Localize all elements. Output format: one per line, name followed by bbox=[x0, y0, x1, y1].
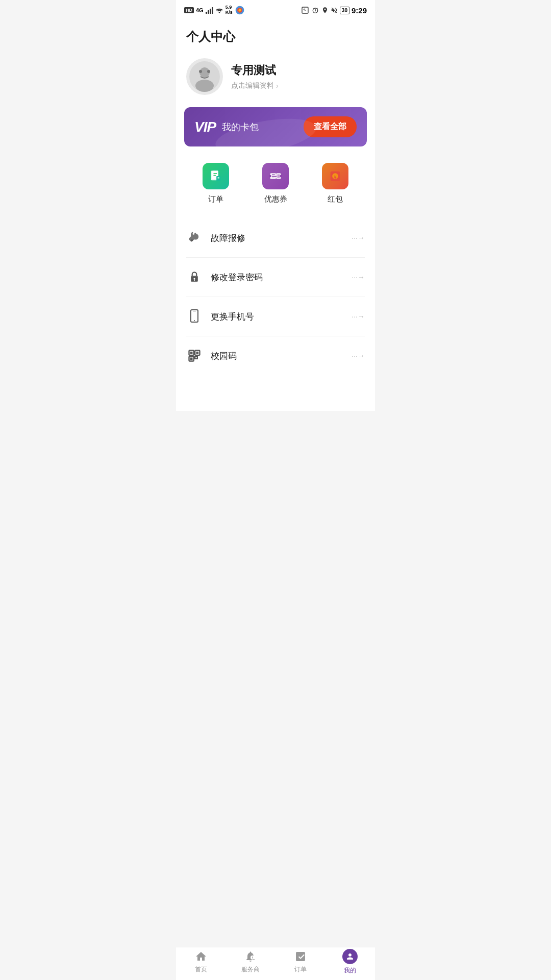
svg-point-30 bbox=[191, 239, 193, 241]
campus-icon-container bbox=[186, 348, 203, 364]
password-arrow: ···→ bbox=[352, 273, 365, 281]
main-content: 个人中心 专用测试 点击编辑资料 › VIP 我的卡包 查看全部 bbox=[176, 18, 375, 411]
svg-rect-41 bbox=[190, 352, 193, 354]
coupon-icon bbox=[268, 169, 283, 183]
campus-label: 校园码 bbox=[211, 350, 237, 362]
chevron-right-icon: › bbox=[276, 82, 279, 90]
svg-text:¥: ¥ bbox=[334, 175, 337, 180]
mute-icon bbox=[331, 7, 338, 14]
lock-icon bbox=[188, 270, 201, 284]
menu-item-password[interactable]: 修改登录密码 ···→ bbox=[186, 258, 365, 297]
svg-point-3 bbox=[238, 9, 241, 12]
svg-rect-26 bbox=[278, 175, 280, 178]
order-icon bbox=[209, 169, 223, 183]
menu-item-repair-left: 故障报修 bbox=[186, 230, 245, 246]
svg-rect-40 bbox=[195, 356, 197, 359]
menu-item-campus[interactable]: 校园码 ···→ bbox=[186, 336, 365, 375]
hd-badge: HD bbox=[184, 7, 194, 13]
svg-point-32 bbox=[193, 278, 195, 280]
svg-rect-36 bbox=[193, 311, 196, 311]
avatar[interactable] bbox=[186, 58, 223, 95]
status-right: 30 9:29 bbox=[301, 6, 367, 15]
order-action[interactable]: 订单 bbox=[186, 163, 246, 204]
svg-rect-22 bbox=[272, 175, 275, 176]
redpacket-label: 红包 bbox=[328, 194, 343, 204]
coupon-label: 优惠券 bbox=[264, 194, 287, 204]
phone-arrow: ···→ bbox=[352, 312, 365, 321]
phone-icon bbox=[188, 309, 201, 324]
password-label: 修改登录密码 bbox=[211, 272, 263, 283]
menu-item-password-left: 修改登录密码 bbox=[186, 269, 263, 285]
time-display: 9:29 bbox=[352, 6, 367, 15]
lock-icon-container bbox=[186, 269, 203, 285]
repair-label: 故障报修 bbox=[211, 232, 245, 244]
vip-logo: VIP bbox=[194, 119, 216, 135]
svg-point-10 bbox=[199, 70, 202, 73]
menu-item-campus-left: 校园码 bbox=[186, 348, 237, 364]
vip-left: VIP 我的卡包 bbox=[194, 119, 259, 135]
network-4g: 4G bbox=[196, 7, 204, 13]
app-logo-icon bbox=[235, 5, 245, 15]
svg-rect-14 bbox=[214, 173, 217, 174]
order-label: 订单 bbox=[208, 194, 223, 204]
wifi-icon bbox=[215, 7, 223, 13]
location-icon bbox=[321, 7, 329, 14]
status-left: HD 4G 5.9K/s bbox=[184, 5, 245, 15]
coupon-icon-bg bbox=[262, 163, 289, 189]
repair-icon bbox=[187, 231, 202, 245]
vip-desc: 我的卡包 bbox=[222, 121, 259, 133]
svg-rect-18 bbox=[218, 179, 220, 179]
svg-rect-17 bbox=[218, 177, 220, 178]
order-icon-bg bbox=[203, 163, 229, 189]
svg-point-9 bbox=[195, 80, 214, 92]
vip-banner[interactable]: VIP 我的卡包 查看全部 bbox=[184, 107, 367, 146]
svg-point-35 bbox=[194, 320, 195, 321]
svg-point-0 bbox=[218, 12, 220, 13]
svg-rect-24 bbox=[272, 178, 274, 178]
username: 专用测试 bbox=[231, 63, 365, 78]
quick-actions: 订单 优惠券 bbox=[176, 159, 375, 218]
menu-item-phone-left: 更换手机号 bbox=[186, 308, 254, 325]
signal-icon bbox=[206, 7, 213, 14]
alarm-icon bbox=[311, 6, 319, 14]
svg-rect-15 bbox=[214, 175, 216, 176]
edit-profile-label: 点击编辑资料 bbox=[231, 81, 274, 90]
menu-item-phone[interactable]: 更换手机号 ···→ bbox=[186, 297, 365, 336]
campus-icon bbox=[187, 349, 202, 363]
view-all-button[interactable]: 查看全部 bbox=[304, 116, 357, 137]
repair-arrow: ···→ bbox=[352, 234, 365, 242]
phone-icon-container bbox=[186, 308, 203, 325]
profile-info: 专用测试 点击编辑资料 › bbox=[231, 63, 365, 90]
status-bar: HD 4G 5.9K/s bbox=[176, 0, 375, 18]
profile-section[interactable]: 专用测试 点击编辑资料 › bbox=[176, 53, 375, 107]
redpacket-icon: ¥ bbox=[328, 169, 342, 183]
menu-item-repair[interactable]: 故障报修 ···→ bbox=[186, 218, 365, 258]
page-title: 个人中心 bbox=[176, 18, 375, 53]
coupon-action[interactable]: 优惠券 bbox=[246, 163, 306, 204]
battery-indicator: 30 bbox=[340, 7, 349, 14]
nfc-icon bbox=[301, 6, 309, 14]
svg-point-5 bbox=[305, 10, 306, 11]
svg-point-21 bbox=[280, 175, 282, 178]
edit-profile-button[interactable]: 点击编辑资料 › bbox=[231, 81, 365, 90]
svg-point-11 bbox=[207, 70, 210, 73]
phone-label: 更换手机号 bbox=[211, 311, 254, 323]
svg-rect-43 bbox=[190, 358, 193, 360]
menu-list: 故障报修 ···→ 修改登录密码 ···→ bbox=[176, 218, 375, 375]
network-speed: 5.9K/s bbox=[226, 5, 233, 15]
redpacket-icon-bg: ¥ bbox=[322, 163, 348, 189]
campus-arrow: ···→ bbox=[352, 352, 365, 360]
svg-rect-42 bbox=[196, 352, 199, 354]
redpacket-action[interactable]: ¥ 红包 bbox=[305, 163, 365, 204]
repair-icon-container bbox=[186, 230, 203, 246]
svg-point-20 bbox=[269, 175, 271, 178]
